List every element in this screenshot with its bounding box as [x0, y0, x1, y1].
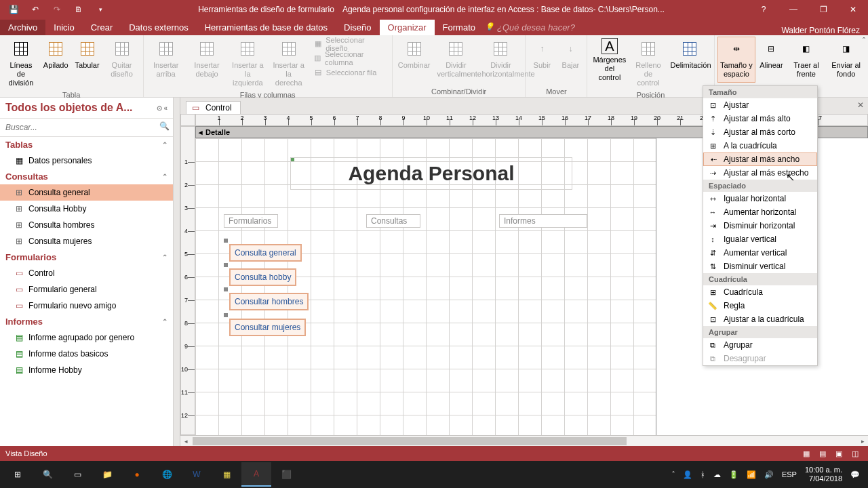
nav-item-query[interactable]: ⊞Consulta general: [0, 184, 173, 201]
tab-create[interactable]: Crear: [83, 20, 121, 35]
ribbon-collapse-button[interactable]: ˆ: [863, 37, 865, 46]
menu-snap-grid[interactable]: ⊡Ajustar a la cuadrícula: [703, 312, 817, 326]
tab-home[interactable]: Inicio: [45, 20, 82, 35]
menu-tallest[interactable]: ⇡Ajustar al más alto: [703, 112, 817, 125]
button-control[interactable]: Consulta general: [229, 244, 302, 262]
design-view-button[interactable]: ◫: [848, 447, 863, 460]
send-back-button[interactable]: ◨Enviar al fondo: [827, 37, 865, 83]
nav-item-report[interactable]: ▤Informe datos basicos: [0, 346, 173, 362]
language-indicator[interactable]: ESP: [782, 470, 797, 479]
tab-external[interactable]: Datos externos: [121, 20, 196, 35]
menu-decrease-v[interactable]: ⇅Disminuir vertical: [703, 260, 817, 273]
firefox-button[interactable]: ●: [122, 462, 152, 487]
label-control[interactable]: Informes: [499, 214, 587, 228]
label-control[interactable]: Consultas: [366, 214, 420, 228]
volume-icon[interactable]: 🔊: [764, 470, 774, 479]
button-control[interactable]: Consultar hombres: [229, 293, 309, 310]
form-view-button[interactable]: ▦: [799, 447, 814, 460]
new-button[interactable]: 🗎: [69, 1, 88, 18]
datasheet-view-button[interactable]: ▤: [815, 447, 830, 460]
nav-item-form[interactable]: ▭Formulario nuevo amigo: [0, 298, 173, 314]
menu-group[interactable]: ⧉Agrupar: [703, 338, 817, 352]
nav-item-report[interactable]: ▤Informe agrupado por genero: [0, 329, 173, 346]
minimize-button[interactable]: —: [778, 0, 808, 19]
search-input[interactable]: [3, 121, 158, 134]
word-button[interactable]: W: [182, 462, 212, 487]
document-tab[interactable]: ▭ Control: [186, 101, 241, 114]
start-button[interactable]: ⊞: [3, 462, 33, 487]
close-button[interactable]: ✕: [838, 0, 868, 19]
redo-button[interactable]: ↷: [47, 1, 66, 18]
menu-decrease-h[interactable]: ⇥Disminuir horizontal: [703, 219, 817, 232]
search-icon[interactable]: 🔍: [158, 121, 170, 134]
button-control[interactable]: Consultar mujeres: [229, 319, 306, 336]
menu-ruler[interactable]: 📏Regla: [703, 299, 817, 312]
app-button[interactable]: ⬛: [271, 462, 301, 487]
undo-button[interactable]: ↶: [26, 1, 45, 18]
people-icon[interactable]: 👤: [683, 470, 692, 479]
scroll-left-arrow[interactable]: ◂: [180, 436, 191, 446]
nav-item-query[interactable]: ⊞Consulta Hobby: [0, 201, 173, 217]
size-space-button[interactable]: ⇹Tamaño y espacio: [717, 37, 756, 83]
form-detail-section[interactable]: Agenda Personal Formularios Consultas In…: [195, 138, 656, 435]
anchoring-button[interactable]: Delimitación: [668, 37, 711, 83]
nav-group-tables[interactable]: Tablas⌃: [0, 137, 173, 152]
menu-equal-h[interactable]: ⇿Igualar horizontal: [703, 192, 817, 205]
battery-icon[interactable]: 🔋: [729, 470, 738, 479]
bring-front-button[interactable]: ◧Traer al frente: [787, 37, 826, 83]
selection-handle[interactable]: [224, 313, 228, 317]
menu-increase-h[interactable]: ↔Aumentar horizontal: [703, 205, 817, 219]
selection-handle[interactable]: [224, 239, 228, 243]
nav-item-form[interactable]: ▭Control: [0, 265, 173, 281]
search-button[interactable]: 🔍: [33, 462, 62, 487]
notifications-icon[interactable]: 💬: [850, 470, 860, 479]
close-document-button[interactable]: ✕: [857, 100, 864, 110]
menu-equal-v[interactable]: ↕Igualar vertical: [703, 232, 817, 246]
help-button[interactable]: ?: [749, 0, 778, 19]
tab-file[interactable]: Archivo: [0, 20, 45, 35]
selection-handle[interactable]: [224, 263, 228, 267]
stacked-button[interactable]: Apilado: [41, 37, 71, 83]
chrome-button[interactable]: 🌐: [152, 462, 182, 487]
ruler-vertical[interactable]: 123456789101112: [180, 126, 195, 435]
nav-item-table[interactable]: ▦Datos personales: [0, 152, 173, 169]
tab-dbtools[interactable]: Herramientas de base de datos: [197, 20, 336, 35]
ruler-corner[interactable]: [180, 114, 195, 126]
nav-item-form[interactable]: ▭Formulario general: [0, 281, 173, 298]
scroll-thumb[interactable]: [193, 437, 627, 445]
tabular-button[interactable]: Tabular: [73, 37, 102, 83]
bluetooth-icon[interactable]: ᚼ: [701, 470, 705, 479]
menu-shortest[interactable]: ⇣Ajustar al más corto: [703, 125, 817, 139]
tell-me-search[interactable]: ¿Qué desea hacer?: [484, 20, 583, 35]
gridlines-button[interactable]: Líneas de división: [3, 37, 39, 89]
nav-item-query[interactable]: ⊞Consulta hombres: [0, 217, 173, 233]
form-title-label[interactable]: Agenda Personal: [290, 157, 572, 190]
wifi-icon[interactable]: 📶: [747, 470, 756, 479]
nav-item-query[interactable]: ⊞Consulta mujeres: [0, 233, 173, 249]
nav-item-report[interactable]: ▤Informe Hobby: [0, 362, 173, 378]
layout-view-button[interactable]: ▣: [831, 447, 846, 460]
button-control[interactable]: Consulta hobby: [229, 268, 296, 286]
menu-fit[interactable]: ⊡Ajustar: [703, 98, 817, 112]
save-button[interactable]: 💾: [4, 1, 23, 18]
file-explorer-button[interactable]: 📁: [92, 462, 122, 487]
menu-to-grid[interactable]: ⊞A la cuadrícula: [703, 139, 817, 152]
tab-format[interactable]: Formato: [435, 20, 484, 35]
horizontal-scrollbar[interactable]: ◂ ▸: [180, 435, 868, 446]
align-button[interactable]: ⊟Alinear: [757, 37, 785, 83]
tab-arrange[interactable]: Organizar: [380, 20, 435, 35]
selection-handle[interactable]: [224, 287, 228, 291]
menu-increase-v[interactable]: ⇵Aumentar vertical: [703, 246, 817, 260]
restore-button[interactable]: ❐: [808, 0, 838, 19]
nav-group-forms[interactable]: Formularios⌃: [0, 249, 173, 265]
menu-grid[interactable]: ⊞Cuadrícula: [703, 285, 817, 299]
onedrive-icon[interactable]: ☁: [713, 470, 721, 479]
navpane-toggle[interactable]: [174, 98, 180, 446]
label-control[interactable]: Formularios: [224, 214, 278, 228]
menu-widest[interactable]: ⇠Ajustar al más ancho: [703, 152, 817, 166]
tab-design[interactable]: Diseño: [336, 20, 379, 35]
clock[interactable]: 10:00 a. m. 7/04/2018: [805, 466, 842, 483]
tray-up-icon[interactable]: ˆ: [672, 470, 675, 479]
nav-group-reports[interactable]: Informes⌃: [0, 314, 173, 329]
nav-group-queries[interactable]: Consultas⌃: [0, 169, 173, 184]
